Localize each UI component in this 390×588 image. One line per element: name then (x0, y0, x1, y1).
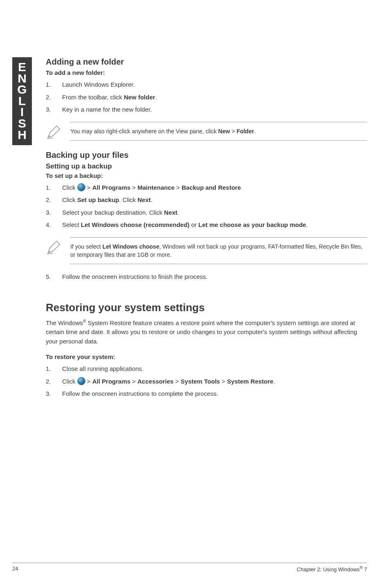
steps-restore: 1.Close all running applications. 2. Cli… (46, 364, 367, 399)
page-footer: 24 Chapter 2: Using Windows® 7 (12, 563, 367, 572)
pencil-icon (46, 122, 65, 141)
svg-line-1 (47, 253, 53, 254)
heading-setting-up-backup: Setting up a backup (46, 162, 367, 171)
note-text: You may also right-click anywhere on the… (70, 122, 367, 141)
subhead-to-set-up-backup: To set up a backup: (46, 172, 367, 179)
heading-backing-up: Backing up your files (46, 150, 367, 160)
steps-add-folder: 1.Launch Windows Explorer. 2.From the to… (46, 80, 367, 114)
step-text: Click Set up backup. Click Next. (62, 195, 367, 205)
heading-restoring: Restoring your system settings (46, 301, 367, 314)
paragraph-restore-intro: The Windows® System Restore feature crea… (46, 318, 367, 346)
note-text: If you select Let Windows choose, Window… (70, 237, 367, 265)
note-box: You may also right-click anywhere on the… (46, 122, 367, 141)
windows-start-icon (77, 377, 85, 385)
steps-backup-continued: 5.Follow the onscreen instructions to fi… (46, 272, 367, 282)
step-text: Follow the onscreen instructions to comp… (62, 389, 367, 399)
step-text: Key in a name for the new folder. (62, 105, 367, 114)
step-text: Click > All Programs > Maintenance > Bac… (62, 183, 367, 193)
chapter-label: Chapter 2: Using Windows® 7 (297, 566, 367, 572)
subhead-to-add-folder: To add a new folder: (46, 69, 367, 76)
step-text: Launch Windows Explorer. (62, 80, 367, 90)
step-text: Click > All Programs > Accessories > Sys… (62, 377, 367, 386)
page-content: Adding a new folder To add a new folder:… (46, 57, 367, 406)
step-text: Close all running applications. (62, 364, 367, 374)
step-text: From the toolbar, click New folder. (62, 93, 367, 102)
note-box: If you select Let Windows choose, Window… (46, 237, 367, 265)
step-text: Follow the onscreen instructions to fini… (62, 272, 367, 282)
page-number: 24 (12, 566, 18, 572)
heading-adding-folder: Adding a new folder (46, 57, 367, 67)
subhead-to-restore: To restore your system: (46, 353, 367, 360)
pencil-icon (46, 237, 65, 257)
svg-line-0 (47, 138, 53, 139)
step-text: Select Let Windows choose (recommended) … (62, 220, 367, 230)
windows-start-icon (77, 183, 85, 191)
steps-backup: 1. Click > All Programs > Maintenance > … (46, 183, 367, 230)
step-text: Select your backup destination. Click Ne… (62, 208, 367, 218)
language-tab: ENGLISH (12, 57, 32, 145)
